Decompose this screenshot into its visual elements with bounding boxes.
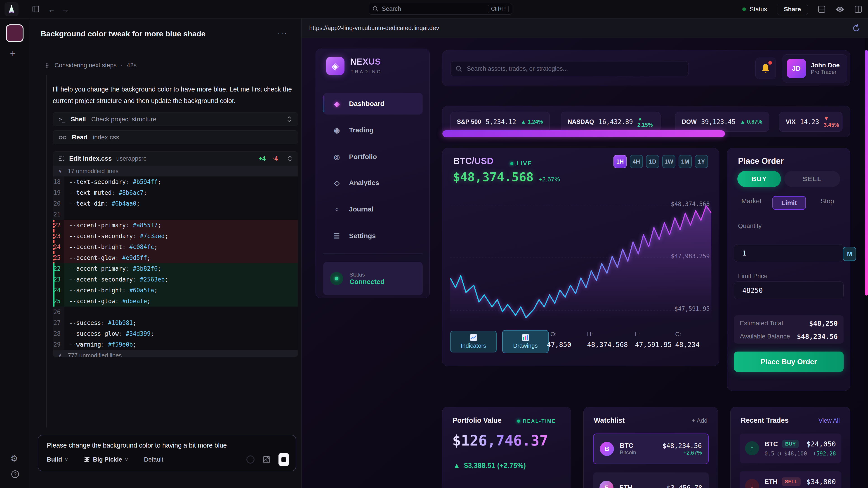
- terminal-icon: >_: [59, 116, 65, 123]
- portfolio-value: $126,746.37: [452, 432, 548, 449]
- indicators-button[interactable]: Indicators: [450, 331, 497, 352]
- status-indicator[interactable]: Status: [742, 6, 767, 13]
- sidebar-item-journal[interactable]: ○ Journal: [323, 198, 423, 220]
- quantity-input[interactable]: 1: [734, 244, 844, 262]
- share-button[interactable]: Share: [777, 4, 808, 15]
- search-icon: [372, 6, 379, 12]
- limit-price-input[interactable]: 48250: [734, 282, 844, 299]
- browser-urlbar[interactable]: https://app2-linq-vm.ubuntu-dedicated.li…: [302, 19, 868, 38]
- bell-icon: [761, 63, 770, 74]
- mode-dropdown[interactable]: Build∨: [47, 456, 68, 463]
- conversation-menu-button[interactable]: ···: [278, 29, 287, 37]
- nexus-sidebar: ◈ NEXUS TRADING ◈ Dashboard ◉ Trading ◎ …: [315, 48, 430, 298]
- assistant-message: I'll help you change the background colo…: [53, 84, 298, 107]
- diff-line-added: 25--accent-glow: #dbeafe;: [53, 296, 298, 306]
- buy-tab[interactable]: BUY: [737, 171, 781, 187]
- sidebar-item-settings[interactable]: ☰ Settings: [323, 225, 423, 247]
- settings-gear-icon[interactable]: ⚙: [10, 453, 18, 463]
- stop-icon: [281, 457, 286, 462]
- sidebar-item-analytics[interactable]: ◇ Analytics: [323, 172, 423, 194]
- watchlist-item-eth[interactable]: E ETH $3,456.78: [593, 473, 709, 488]
- buy-badge: BUY: [782, 440, 799, 448]
- split-horizontal-icon[interactable]: [818, 5, 826, 13]
- drawings-button[interactable]: Drawings: [502, 330, 549, 353]
- trade-row-eth[interactable]: ↓ ETH SELL $34,800 10.0 @ $3,480 -892.45: [740, 471, 841, 488]
- diff-line: 27--success: #10b981;: [53, 318, 298, 328]
- attach-image-icon[interactable]: [263, 456, 270, 463]
- new-project-button[interactable]: +: [10, 48, 16, 59]
- back-button[interactable]: ←: [48, 5, 56, 14]
- flame-logo-icon: [8, 5, 16, 14]
- preview-eye-icon[interactable]: [835, 6, 844, 12]
- timeframe-1w[interactable]: 1W: [662, 155, 675, 168]
- expand-icon[interactable]: [287, 155, 292, 162]
- expand-icon[interactable]: [287, 116, 292, 123]
- help-icon[interactable]: ?: [11, 470, 19, 478]
- lines-removed: -4: [272, 155, 278, 162]
- diff-line: 19--text-muted: #8b6ac7;: [53, 187, 298, 198]
- diff-line-added: 24--accent-bright: #60a5fa;: [53, 285, 298, 296]
- notification-badge: [768, 61, 772, 65]
- message-composer[interactable]: Please change the background color to ha…: [38, 435, 296, 471]
- edit-header[interactable]: Edit index.css userappsrc +4 -4: [53, 152, 298, 166]
- user-avatar: JD: [787, 59, 806, 78]
- watchlist-item-btc[interactable]: B BTC Bitcoin $48,234.56 +2.67%: [593, 433, 709, 464]
- collapsed-lines-bottom[interactable]: ∧777 unmodified lines: [53, 350, 298, 357]
- place-buy-order-button[interactable]: Place Buy Order: [734, 352, 844, 372]
- watchlist-add-button[interactable]: + Add: [692, 417, 708, 424]
- live-dot-icon: [517, 420, 520, 423]
- ticker-vix[interactable]: VIX14.23▼ 3.45%: [779, 112, 842, 132]
- tool-call-shell[interactable]: >_ Shell Check project structure: [53, 112, 298, 126]
- diff-line: 26: [53, 306, 298, 318]
- timeframe-4h[interactable]: 4H: [630, 155, 643, 168]
- ticker-sp500[interactable]: S&P 5005,234.12▲ 1.24%: [450, 112, 550, 132]
- notifications-button[interactable]: [755, 58, 776, 79]
- ohlc-low-label: L:: [635, 331, 640, 338]
- sidebar-toggle-icon[interactable]: [32, 5, 39, 13]
- connection-dot-icon: [330, 272, 343, 285]
- thinking-status[interactable]: Considering next steps · 42s: [45, 62, 136, 69]
- profile-selector[interactable]: Default: [144, 456, 163, 463]
- global-search-input[interactable]: Search Ctrl+P: [369, 3, 512, 15]
- portfolio-change: ▲ $3,388.51 (+2.75%): [453, 462, 526, 470]
- asset-search-input[interactable]: Search assets, trades, or strategies...: [450, 61, 689, 76]
- ohlc-close-label: C:: [675, 331, 681, 338]
- model-dropdown[interactable]: Big Pickle∨: [93, 456, 128, 463]
- diff-line-removed: 22--accent-primary: #a855f7;: [53, 220, 298, 231]
- collapsed-lines-top[interactable]: ∨17 unmodified lines: [53, 166, 298, 176]
- composer-input-text[interactable]: Please change the background color to ha…: [47, 442, 227, 449]
- trade-row-btc[interactable]: ↑ BTC BUY $24,050 0.5 @ $48,100 +592.28: [740, 433, 841, 463]
- order-type-market[interactable]: Market: [741, 197, 762, 205]
- connection-status-value: Connected: [349, 278, 384, 286]
- brand-subtitle: TRADING: [350, 69, 382, 74]
- forward-button[interactable]: →: [61, 5, 69, 14]
- project-tab-active[interactable]: [6, 24, 24, 42]
- scrollbar-thumb[interactable]: [865, 50, 868, 295]
- ticker-nasdaq[interactable]: NASDAQ16,432.89▲ 2.15%: [561, 112, 660, 132]
- split-vertical-icon[interactable]: [855, 5, 862, 13]
- sidebar-item-trading[interactable]: ◉ Trading: [323, 119, 423, 141]
- timeframe-1m[interactable]: 1M: [679, 155, 692, 168]
- stop-button[interactable]: [278, 453, 289, 466]
- reload-icon[interactable]: [852, 24, 861, 33]
- url-text[interactable]: https://app2-linq-vm.ubuntu-dedicated.li…: [309, 25, 439, 32]
- view-all-link[interactable]: View All: [818, 417, 840, 424]
- ticker-dow[interactable]: DOW39,123.45▲ 0.87%: [675, 112, 769, 132]
- sidebar-item-portfolio[interactable]: ◎ Portfolio: [323, 146, 423, 168]
- timeframe-1h[interactable]: 1H: [614, 155, 627, 168]
- order-type-limit[interactable]: Limit: [772, 196, 806, 210]
- settings-icon: ☰: [333, 232, 341, 240]
- max-button[interactable]: M: [843, 247, 856, 261]
- tool-call-read[interactable]: Read index.css: [53, 130, 298, 144]
- order-type-stop[interactable]: Stop: [820, 197, 834, 205]
- sell-tab[interactable]: SELL: [784, 171, 840, 187]
- diff-line-removed: 23--accent-secondary: #7c3aed;: [53, 231, 298, 241]
- user-profile[interactable]: JD John Doe Pro Trader: [782, 55, 847, 83]
- order-summary: Estimated Total $48,250 Available Balanc…: [734, 315, 844, 344]
- sidebar-item-dashboard[interactable]: ◈ Dashboard: [323, 93, 423, 115]
- timeframe-1d[interactable]: 1D: [646, 155, 659, 168]
- scrollbar[interactable]: [865, 38, 868, 488]
- timeframe-1y[interactable]: 1Y: [695, 155, 708, 168]
- app-logo[interactable]: [4, 2, 19, 16]
- trading-icon: ◉: [333, 126, 341, 134]
